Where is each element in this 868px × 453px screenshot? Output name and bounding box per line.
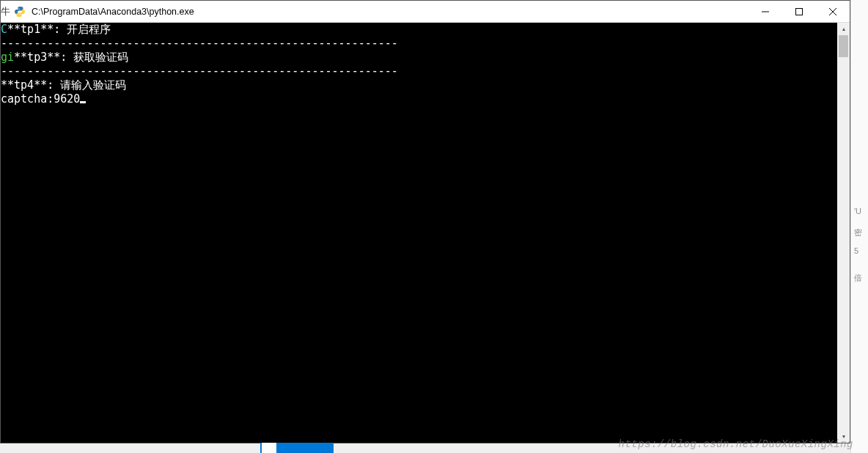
scroll-track[interactable] (837, 35, 850, 430)
prompt-value: 9620 (54, 92, 80, 106)
window-title: C:\ProgramData\Anaconda3\python.exe (30, 7, 749, 17)
prompt-line[interactable]: captcha:9620 (1, 92, 837, 106)
svg-point-0 (18, 7, 18, 8)
bg-text-fragment: 'U (854, 207, 861, 216)
console-body-wrap: C**tp1**: 开启程序--------------------------… (1, 23, 850, 443)
step-tag: **tp4**: (1, 78, 54, 92)
console-line: **tp4**: 请输入验证码 (1, 78, 837, 92)
bg-text-fragment: 密 (854, 227, 862, 238)
vertical-scrollbar[interactable]: ▴ ▾ (837, 23, 850, 443)
console-output[interactable]: C**tp1**: 开启程序--------------------------… (1, 23, 837, 443)
scroll-up-arrow[interactable]: ▴ (837, 23, 850, 35)
step-tag: **tp1**: (7, 23, 60, 36)
step-message: 请输入验证码 (54, 78, 126, 92)
text-cursor (80, 101, 86, 103)
step-message: 开启程序 (60, 23, 111, 36)
console-line: gi**tp3**: 获取验证码 (1, 51, 837, 65)
step-message: 获取验证码 (67, 51, 128, 64)
title-bar[interactable]: 牛 C:\ProgramData\Anaconda3\python.exe (1, 1, 850, 23)
bg-text-fragment: 5 (854, 246, 858, 255)
svg-rect-3 (796, 8, 803, 15)
taskbar-inner-icon (262, 443, 276, 453)
taskbar-fragment (260, 443, 334, 453)
separator-line: ----------------------------------------… (1, 37, 837, 51)
title-left-fragment: 牛 (1, 5, 10, 18)
svg-point-1 (21, 15, 22, 15)
minimize-button[interactable] (749, 1, 782, 22)
close-button[interactable] (816, 1, 850, 22)
line-prefix: gi (1, 51, 14, 64)
maximize-button[interactable] (782, 1, 816, 22)
step-tag: **tp3**: (14, 51, 67, 64)
watermark-text: https://blog.csdn.net/DuoXueXingXing (619, 438, 853, 450)
console-line: C**tp1**: 开启程序 (1, 23, 837, 37)
background-right-strip: 'U 密 5 倍 (850, 0, 868, 453)
window-controls (749, 1, 850, 22)
prompt-label: captcha: (1, 92, 54, 106)
scroll-thumb[interactable] (839, 35, 848, 57)
console-window: 牛 C:\ProgramData\Anaconda3\python.exe C*… (0, 0, 850, 443)
separator-line: ----------------------------------------… (1, 65, 837, 78)
bg-text-fragment: 倍 (854, 273, 862, 284)
python-icon (14, 6, 26, 18)
line-prefix: C (1, 23, 7, 36)
